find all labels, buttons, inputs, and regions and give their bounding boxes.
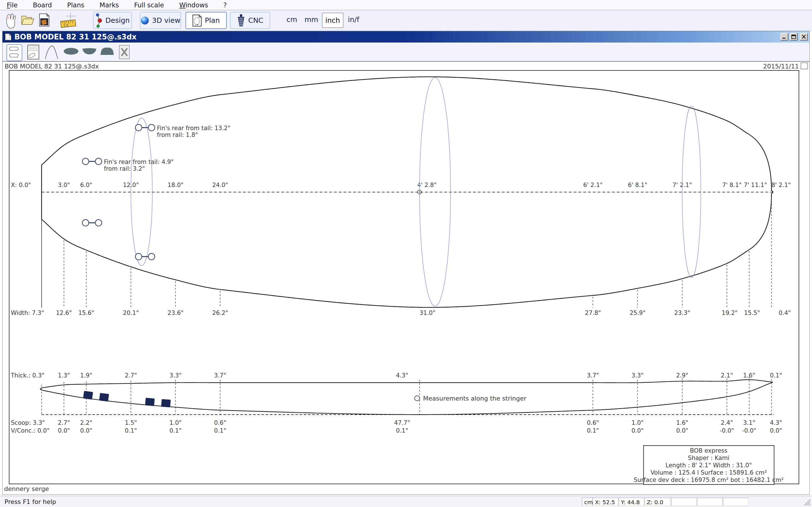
width-label: 15.5" (744, 309, 760, 316)
unit-mm[interactable]: mm (305, 15, 318, 24)
x-label: 8' 2.1" (771, 182, 791, 188)
unit-cm[interactable]: cm (287, 15, 297, 24)
plan-button[interactable]: Plan (186, 12, 227, 29)
vconc-label: -0.0" (720, 427, 734, 434)
measurements-panel-button[interactable] (28, 45, 39, 61)
doc-footer: dennery serge (4, 485, 49, 492)
thick-label: 3.7" (214, 372, 226, 379)
width-label: 31.0" (419, 309, 435, 316)
open-folder-icon[interactable] (21, 14, 35, 27)
width-label: 23.6" (167, 309, 183, 316)
unit-inch-label: inch (325, 16, 340, 24)
vconc-label: 0.0" (80, 427, 92, 434)
scoop-label: 0.6" (214, 419, 226, 426)
fin-plug-marker[interactable] (148, 124, 155, 131)
fin-plug-marker[interactable] (95, 220, 102, 226)
fin-box[interactable] (83, 391, 93, 400)
bottom-view-button[interactable] (82, 47, 97, 57)
fin-plug-marker[interactable] (82, 220, 89, 226)
slice-view-button[interactable] (6, 44, 22, 61)
drawing-area: BOB MODEL 82 31 125@.s3dx2015/11/11denne… (3, 62, 809, 494)
x-label: X: 0.0" (11, 182, 31, 188)
window-title-bar[interactable]: BOB MODEL 82 31 125@.s3dx (3, 31, 809, 43)
status-box-0: cm (582, 498, 593, 506)
ruler-icon[interactable]: 1 0 (60, 12, 77, 30)
fin-label: from rail: 3.2" (104, 165, 145, 172)
menu-?[interactable]: ? (223, 1, 227, 9)
menu-bar: FileBoardPlansMarksFull scaleWindows? (0, 0, 812, 10)
status-box-1: X: 52.5 (593, 498, 618, 506)
status-box-5 (697, 498, 723, 506)
scoop-label: Scoop: 3.3" (11, 419, 45, 426)
width-label: 27.8" (585, 309, 601, 316)
menu-marks[interactable]: Marks (100, 1, 119, 9)
vconc-label: V/Conc.: 0.0" (11, 427, 50, 434)
minimize-button[interactable] (780, 33, 788, 41)
fin-plug-marker[interactable] (148, 253, 155, 260)
cnc-button[interactable]: CNC (230, 12, 270, 29)
slice-ellipse[interactable] (131, 118, 152, 266)
slice-ellipse[interactable] (419, 77, 451, 306)
thick-label: 1.3" (58, 372, 70, 379)
3d-view-button-label: 3D view (152, 16, 181, 24)
menu-full-scale[interactable]: Full scale (134, 1, 164, 9)
menu-file[interactable]: File (7, 1, 18, 9)
thick-label: 2.1" (721, 372, 733, 379)
profile-curve-button[interactable] (44, 45, 59, 61)
menu-windows[interactable]: Windows (179, 1, 208, 9)
width-label: 26.2" (212, 309, 228, 316)
vconc-label: 0.1" (587, 427, 599, 434)
x-label: 7' 11.1" (744, 182, 767, 188)
design-button-label: Design (105, 16, 130, 24)
x-label: 24.0" (212, 182, 228, 188)
fin-plug-marker[interactable] (135, 124, 142, 131)
width-label: 15.6" (79, 309, 94, 316)
import-file-icon[interactable] (38, 13, 50, 29)
deck-view-button[interactable] (100, 47, 115, 57)
menu-plans[interactable]: Plans (67, 1, 84, 9)
vconc-label: 0.1" (396, 427, 408, 434)
x-label: 3.0" (58, 182, 70, 188)
menu-board[interactable]: Board (33, 1, 52, 9)
fin-box[interactable] (99, 393, 109, 402)
info-box-line: Shaper : Kami (688, 455, 729, 461)
fin-plug-marker[interactable] (135, 253, 142, 260)
close-button[interactable] (800, 33, 808, 41)
thick-label: 3.3" (631, 372, 644, 379)
width-label: 23.3" (674, 309, 690, 316)
x-label: 6.0" (80, 182, 92, 188)
vconc-label: 0.0" (770, 427, 782, 434)
maximize-button[interactable] (790, 33, 798, 41)
fin-plug-marker[interactable] (82, 158, 89, 165)
document-window: BOB MODEL 82 31 125@.s3dx (2, 31, 810, 495)
vconc-label: 0.0" (676, 427, 688, 434)
fin-label: Fin's rear from tail: 4.9" (104, 159, 174, 165)
unit-inf[interactable]: in/f (348, 15, 359, 24)
thick-label: Thick.: 0.3" (11, 372, 45, 379)
vconc-label: 0.0" (631, 427, 644, 434)
vconc-label: 0.0" (58, 427, 70, 434)
3d-view-button[interactable]: 3D view (140, 12, 181, 29)
window-title: BOB MODEL 82 31 125@.s3dx (14, 33, 137, 41)
vconc-label: 0.1" (214, 427, 226, 434)
thick-label: 1.9" (80, 372, 92, 379)
unit-inch[interactable]: inch (322, 13, 343, 28)
scoop-label: 3.1" (743, 419, 755, 426)
export-excel-button[interactable] (118, 45, 131, 61)
vconc-label: 0.1" (125, 427, 137, 434)
slice-ellipse[interactable] (682, 106, 701, 278)
design-button[interactable]: Design (93, 12, 132, 29)
hand-tool-icon[interactable] (4, 12, 17, 30)
scoop-label: 47.7" (394, 419, 410, 426)
scoop-label: 1.0" (169, 419, 182, 426)
thick-label: 2.9" (676, 372, 688, 379)
fin-box[interactable] (145, 398, 155, 406)
status-box-3: Z: 0.0 (645, 498, 671, 506)
outline-view-button[interactable] (63, 47, 79, 57)
scoop-label: 2.4" (721, 419, 733, 426)
resize-grip[interactable] (803, 498, 811, 506)
doc-corner-box (801, 63, 808, 69)
fin-plug-marker[interactable] (95, 158, 102, 165)
width-label: 20.1" (123, 309, 139, 316)
fin-box[interactable] (161, 399, 171, 407)
